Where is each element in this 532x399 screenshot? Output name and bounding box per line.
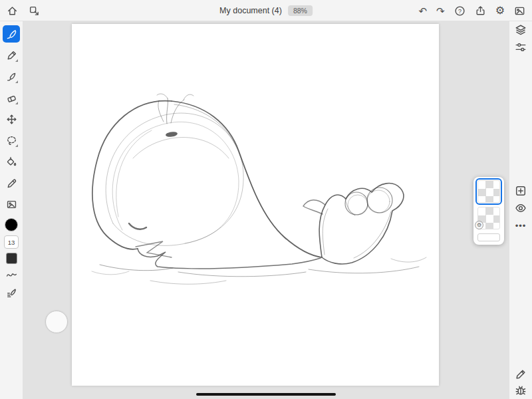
panel-switch-group [509, 24, 532, 53]
pencil-icon [515, 368, 527, 380]
home-button[interactable] [7, 5, 18, 17]
tool-eraser[interactable] [3, 89, 20, 106]
canvas-workspace [23, 21, 509, 399]
tool-smoothing[interactable] [4, 268, 19, 281]
brush-size-value: 13 [8, 239, 15, 246]
move-icon [6, 114, 17, 125]
export-image-button[interactable] [514, 5, 525, 17]
tool-smudge-brush[interactable] [3, 47, 20, 64]
topbar-left-group [7, 0, 40, 21]
document-header: My document (4) 88% [219, 0, 313, 21]
add-layer-icon [515, 185, 527, 197]
tool-fill-brush[interactable] [3, 68, 20, 85]
layers-panel-button[interactable] [515, 24, 527, 36]
settings-button[interactable]: ⚙ [495, 5, 505, 16]
primary-color-swatch[interactable] [5, 218, 18, 231]
tool-move[interactable] [3, 110, 20, 128]
redo-button[interactable]: ↷ [436, 6, 445, 16]
tool-brush-options[interactable] [4, 285, 19, 300]
help-button[interactable]: ? [454, 5, 466, 17]
share-icon [475, 5, 486, 17]
help-glyph: ? [458, 7, 462, 14]
brush-options-icon [6, 287, 17, 299]
layer-actions-group: ••• [509, 185, 532, 231]
document-title[interactable]: My document (4) [219, 6, 282, 15]
layer-thumbnail-2[interactable]: ⚙ [477, 207, 500, 229]
layer-more-options-button[interactable]: ••• [515, 219, 527, 231]
brush-settings-group: 13 [4, 218, 19, 300]
gear-icon: ⚙ [495, 5, 505, 16]
layer-thumbnail-1[interactable] [477, 180, 500, 203]
secondary-color-swatch[interactable] [6, 253, 17, 264]
transform-button[interactable] [29, 5, 40, 17]
eye-icon [515, 202, 527, 214]
share-button[interactable] [475, 5, 486, 17]
eraser-icon [6, 92, 17, 104]
undo-button[interactable]: ↶ [419, 6, 428, 16]
tool-lasso[interactable] [3, 132, 20, 149]
eyedropper-icon [6, 178, 17, 189]
place-image-icon [6, 199, 17, 210]
bottom-tools-group [509, 368, 532, 396]
sliders-icon [515, 41, 527, 53]
layer-badge-icon: ⚙ [475, 221, 483, 229]
paint-fill-icon [6, 156, 17, 168]
ellipsis-icon: ••• [515, 221, 527, 230]
image-icon [514, 5, 525, 17]
stylus-settings-button[interactable] [515, 368, 527, 380]
layers-panel: ⚙ [473, 177, 504, 245]
tool-place-image[interactable] [3, 196, 20, 213]
smoothing-wave-icon [6, 271, 17, 279]
whale-sketch [72, 24, 439, 386]
add-layer-button[interactable] [515, 185, 527, 197]
tool-sidebar: 13 [0, 21, 23, 399]
tool-paint-fill[interactable] [3, 153, 20, 170]
right-sidebar: ••• [509, 21, 532, 399]
tool-paint-brush[interactable] [3, 25, 20, 43]
brush-size-field[interactable]: 13 [4, 235, 19, 249]
fill-brush-icon [6, 71, 17, 82]
layers-icon [515, 24, 527, 36]
transform-icon [29, 5, 40, 17]
tool-eyedropper[interactable] [3, 174, 20, 192]
adjustments-panel-button[interactable] [515, 41, 527, 53]
canvas[interactable] [72, 24, 439, 386]
layer-visibility-button[interactable] [515, 202, 527, 214]
smudge-brush-icon [6, 50, 17, 61]
zoom-badge[interactable]: 88% [288, 5, 313, 16]
paint-brush-icon [6, 29, 17, 40]
debug-button[interactable] [515, 384, 527, 396]
background-layer-thumbnail[interactable] [477, 233, 500, 241]
touch-shortcut-button[interactable] [45, 311, 68, 333]
bug-icon [515, 384, 527, 396]
top-toolbar: My document (4) 88% ↶ ↷ ? ⚙ [0, 0, 532, 21]
lasso-icon [6, 135, 17, 146]
home-indicator[interactable] [196, 393, 336, 396]
topbar-right-group: ↶ ↷ ? ⚙ [419, 0, 526, 21]
home-icon [7, 5, 18, 17]
help-icon: ? [454, 5, 466, 17]
redo-icon: ↷ [436, 6, 445, 16]
undo-icon: ↶ [419, 6, 428, 16]
